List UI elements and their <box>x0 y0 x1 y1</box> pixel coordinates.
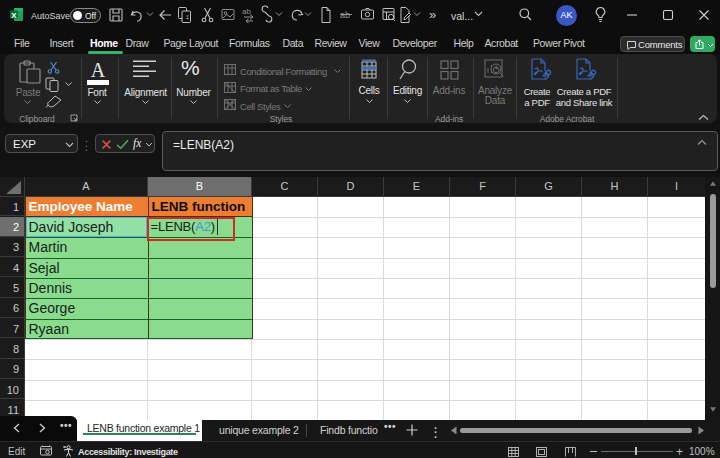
svg-text:X: X <box>11 11 17 20</box>
svg-text:A: A <box>91 59 106 81</box>
